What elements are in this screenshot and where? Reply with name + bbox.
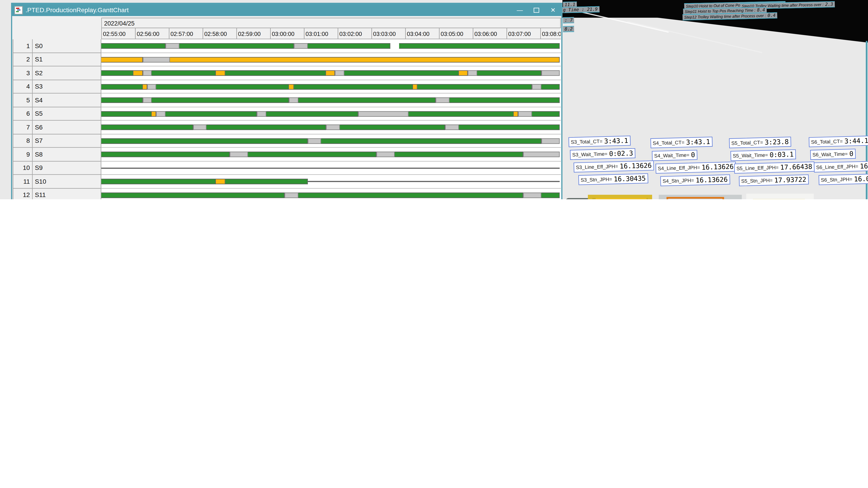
gantt-row-number[interactable]: 6 (13, 107, 33, 121)
gantt-row-number[interactable]: 8 (13, 134, 33, 148)
gantt-station-name[interactable]: S5 (33, 107, 101, 121)
stat-value: 3:44.1 (844, 137, 868, 145)
gantt-row-number[interactable]: 4 (13, 80, 33, 94)
gantt-time-tick: 03:05:00 (439, 28, 473, 39)
gantt-blocked-segment (518, 111, 532, 116)
gantt-row-number[interactable]: 3 (13, 66, 33, 80)
stat-value: 3:43.1 (686, 138, 710, 146)
gantt-station-name[interactable]: S7 (33, 134, 101, 148)
stat-box: S4_Line_Eff_JPH=16.13626 (655, 162, 736, 173)
gantt-row: 1S0 (13, 39, 561, 53)
stat-value: 0:03.1 (770, 151, 794, 159)
hud-value: 8.2 (565, 26, 573, 32)
gantt-bar[interactable] (101, 57, 560, 62)
close-button[interactable]: ✕ (545, 4, 561, 16)
stat-label: S6_Total_CT= (811, 138, 843, 145)
gantt-working-segment (541, 192, 560, 198)
gantt-bar[interactable] (101, 84, 560, 89)
gantt-bar[interactable] (101, 192, 560, 198)
gantt-row-number[interactable]: 12 (13, 188, 33, 199)
stat-label: S5_Wait_Time= (733, 152, 768, 159)
gantt-blocked-segment (523, 192, 541, 198)
gantt-titlebar[interactable]: .PTED.ProductionReplay.GanttChart — ✕ (12, 4, 561, 16)
gantt-station-name[interactable]: S10 (33, 175, 101, 188)
gantt-blocked-segment (532, 84, 541, 89)
plant-simulation-screen: UNLOADING OBSERVATION DECK ↻ ↺ WorkerPoo… (0, 0, 868, 199)
gantt-working-segment (165, 111, 257, 116)
stat-value: 17.66438 (780, 163, 812, 171)
stat-label: S5_Total_CT= (731, 140, 763, 146)
gantt-bar[interactable] (101, 70, 560, 76)
stat-label: S5_Stn_JPH= (741, 177, 773, 184)
gantt-station-name[interactable]: S3 (33, 80, 101, 94)
stat-box: S3_Total_CT=3:43.1 (568, 135, 631, 147)
gantt-waiting-segment (216, 70, 225, 76)
maximize-button[interactable] (528, 4, 545, 16)
gantt-waiting-segment (101, 57, 143, 62)
gantt-blocked-segment (165, 43, 179, 48)
gantt-waiting-segment (413, 84, 417, 89)
gantt-station-name[interactable]: S2 (33, 66, 101, 80)
gantt-working-segment (477, 70, 541, 76)
gantt-bar[interactable] (101, 138, 560, 143)
gantt-working-segment (101, 97, 143, 103)
gantt-waiting-segment (459, 70, 468, 76)
gantt-blocked-segment (436, 97, 450, 103)
gantt-bar[interactable] (101, 165, 560, 170)
gantt-bar[interactable] (101, 97, 560, 103)
gantt-working-segment (298, 192, 523, 198)
gantt-row-number[interactable]: 11 (13, 175, 33, 188)
station-stats-group: S4_Total_CT=3:43.1S4_Wait_Time=0S4_Line_… (650, 136, 736, 186)
gantt-working-segment (298, 97, 436, 103)
station-stats-group: S5_Total_CT=3:23.8S5_Wait_Time=0:03.1S5_… (729, 136, 815, 186)
stat-value: 16.13626 (695, 175, 727, 184)
gantt-row-number[interactable]: 5 (13, 94, 33, 107)
gantt-blocked-segment (468, 70, 477, 76)
gantt-bar[interactable] (101, 179, 560, 184)
gantt-station-name[interactable]: S4 (33, 94, 101, 107)
gantt-time-tick: 03:01:00 (305, 28, 338, 39)
gantt-working-segment (408, 111, 514, 116)
gantt-bar-cell (101, 148, 561, 161)
stat-value: 0 (849, 150, 854, 158)
gantt-date-header: 2022/04/25 (102, 18, 561, 28)
gantt-blocked-segment (376, 152, 395, 157)
gantt-station-name[interactable]: S0 (33, 39, 101, 53)
gantt-bar[interactable] (101, 152, 560, 157)
gantt-working-segment (101, 152, 230, 157)
gantt-time-tick: 02:59:00 (237, 28, 271, 39)
gantt-rows: 1S02S13S24S35S46S57S68S79S810S911S1012S1… (13, 39, 561, 199)
gantt-blocked-segment (143, 97, 152, 103)
gantt-waiting-segment (170, 57, 560, 62)
gantt-row-number[interactable]: 2 (13, 53, 33, 66)
hud-label-fragment: 8.2 (563, 26, 575, 32)
stat-value: 0:02.3 (609, 149, 633, 158)
gantt-time-tick: 03:00:00 (271, 28, 305, 39)
gantt-station-name[interactable]: S8 (33, 148, 101, 161)
gantt-window-title: .PTED.ProductionReplay.GanttChart (26, 6, 129, 13)
stat-box: S6_Total_CT=3:44.1 (809, 135, 868, 147)
gantt-time-tick: 03:04:00 (406, 28, 439, 39)
gantt-time-tick: 02:55:00 (102, 28, 135, 39)
gantt-row-number[interactable]: 1 (13, 39, 33, 53)
gantt-row: 10S9 (13, 161, 561, 175)
gantt-bar[interactable] (101, 43, 560, 48)
gantt-station-name[interactable]: S6 (33, 121, 101, 134)
gantt-row: 4S3 (13, 80, 561, 94)
gantt-bar[interactable] (101, 125, 560, 130)
gantt-station-name[interactable]: S1 (33, 53, 101, 66)
gantt-row-number[interactable]: 7 (13, 121, 33, 134)
gantt-blocked-segment (358, 111, 408, 116)
gantt-working-segment (101, 179, 216, 184)
gantt-waiting-segment (514, 111, 518, 116)
gantt-station-name[interactable]: S9 (33, 161, 101, 175)
gantt-bar[interactable] (101, 111, 560, 116)
gantt-station-name[interactable]: S11 (33, 188, 101, 199)
gantt-row: 5S4 (13, 94, 561, 107)
gantt-row-number[interactable]: 10 (13, 161, 33, 175)
minimize-button[interactable]: — (512, 4, 528, 16)
stat-label: S6_Wait_Time= (812, 151, 848, 158)
stat-value: 16.13626 (702, 163, 734, 171)
gantt-row-number[interactable]: 9 (13, 148, 33, 161)
gantt-bar-cell (101, 175, 561, 188)
